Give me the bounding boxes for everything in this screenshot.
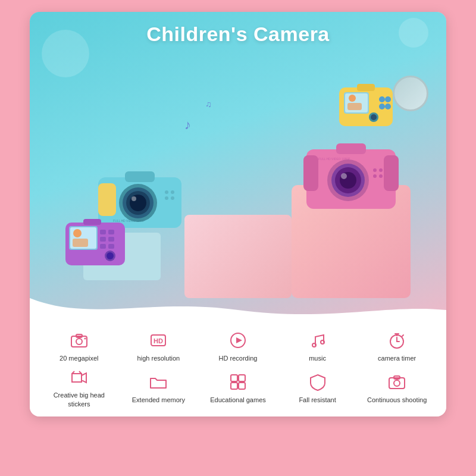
svg-point-4 (165, 196, 168, 200)
svg-rect-1 (98, 183, 116, 216)
music-note-1: ♪ (184, 117, 191, 133)
feature-music: music (282, 329, 353, 362)
svg-point-31 (379, 174, 383, 178)
svg-rect-49 (108, 244, 114, 249)
svg-rect-11 (125, 171, 155, 182)
main-card: Children's Camera ♪ ♫ ♪ ♫ (30, 12, 446, 416)
feature-hdrecording: HD recording (202, 329, 274, 362)
svg-point-28 (373, 168, 377, 172)
svg-point-62 (321, 340, 324, 344)
svg-point-19 (385, 96, 391, 102)
feature-games: Educational games (202, 371, 274, 404)
music-icon (306, 329, 329, 352)
svg-rect-76 (239, 383, 245, 389)
svg-point-51 (107, 252, 114, 259)
camera-pink-small (65, 218, 131, 268)
svg-rect-46 (100, 237, 106, 242)
camera-pink-main: FULL HD VIDEO 1080P (303, 137, 399, 215)
svg-point-29 (379, 168, 383, 172)
svg-rect-74 (239, 375, 245, 381)
deco-blob-tr (399, 18, 428, 48)
svg-point-54 (76, 339, 82, 345)
pedestal-center (184, 215, 292, 298)
svg-rect-22 (357, 84, 375, 91)
music-label: music (309, 354, 326, 362)
timer-icon (386, 329, 408, 352)
wave-divider (30, 298, 446, 322)
hd-label: high resolution (137, 354, 180, 362)
mirror-circle (393, 76, 428, 111)
svg-rect-17 (347, 103, 362, 110)
camera-scene: ♪ ♫ ♪ ♫ (30, 46, 446, 298)
stickers-label: Creative big head stickers (43, 391, 115, 408)
svg-rect-27 (384, 155, 399, 191)
megapixel-label: 20 megapixel (60, 354, 98, 362)
svg-rect-45 (108, 230, 114, 234)
hd-icon: HD (147, 329, 170, 352)
svg-point-42 (73, 229, 82, 237)
music-note-2: ♫ (205, 99, 212, 109)
svg-rect-37 (336, 143, 366, 154)
svg-rect-47 (108, 237, 114, 242)
shooting-label: Continuous shooting (367, 396, 427, 404)
feature-timer: camera timer (361, 329, 433, 362)
svg-text:HD: HD (154, 337, 163, 345)
svg-rect-48 (100, 244, 106, 249)
svg-point-21 (385, 104, 391, 109)
svg-point-2 (165, 190, 168, 194)
camera-icon (68, 329, 90, 352)
svg-point-24 (371, 114, 377, 120)
feature-megapixel: 20 megapixel (43, 329, 115, 362)
memory-icon (147, 371, 170, 393)
feature-memory: Extended memory (123, 371, 194, 404)
play-icon (227, 329, 249, 352)
games-label: Educational games (210, 396, 266, 404)
feature-hd: HD high resolution (123, 329, 194, 362)
svg-point-3 (171, 190, 174, 194)
svg-point-30 (373, 174, 377, 178)
page-title: Children's Camera (146, 23, 330, 46)
svg-marker-69 (72, 374, 82, 382)
feature-shooting: Continuous shooting (361, 371, 433, 404)
features-section: 20 megapixel HD high resolution (30, 322, 446, 416)
svg-rect-73 (231, 375, 237, 381)
svg-point-61 (312, 343, 316, 347)
svg-rect-26 (303, 155, 318, 191)
svg-point-16 (349, 95, 356, 102)
svg-point-18 (379, 96, 385, 102)
games-icon (227, 371, 249, 393)
timer-label: camera timer (378, 354, 416, 362)
image-section: Children's Camera ♪ ♫ ♪ ♫ (30, 12, 446, 322)
svg-text:FULL HD VIDEO 1080P: FULL HD VIDEO 1080P (318, 157, 350, 161)
memory-label: Extended memory (132, 396, 185, 404)
hdrecording-label: HD recording (219, 354, 258, 362)
svg-rect-75 (231, 383, 237, 389)
svg-rect-52 (83, 219, 101, 225)
svg-rect-44 (100, 230, 106, 234)
outer-wrapper: Children's Camera ♪ ♫ ♪ ♫ (12, 12, 464, 464)
svg-point-36 (341, 173, 347, 179)
shooting-icon (386, 371, 408, 393)
svg-point-20 (379, 104, 385, 109)
feature-stickers: Creative big head stickers (43, 366, 115, 408)
shield-label: Fall resistant (299, 396, 336, 404)
svg-rect-43 (73, 239, 88, 247)
shield-icon (306, 371, 329, 393)
svg-point-10 (131, 196, 136, 201)
svg-point-5 (171, 196, 174, 200)
svg-marker-70 (82, 373, 86, 383)
sticker-icon (68, 366, 90, 389)
svg-point-56 (84, 338, 86, 340)
feature-shield: Fall resistant (282, 371, 353, 404)
svg-marker-60 (236, 337, 242, 343)
svg-line-68 (402, 335, 403, 336)
features-row-1: 20 megapixel HD high resolution (39, 329, 437, 362)
svg-point-78 (394, 380, 400, 386)
features-row-2: Creative big head stickers Extended memo… (39, 366, 437, 408)
camera-yellow-small (339, 82, 399, 129)
